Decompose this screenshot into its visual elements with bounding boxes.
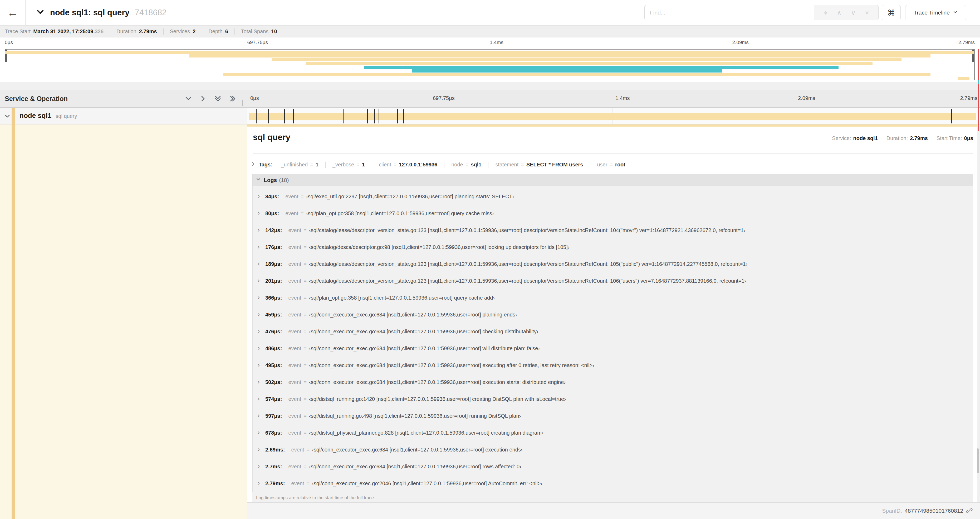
log-row[interactable]: 366μs:event=‹sql/plan_opt.go:358 [nsql1,… [253, 289, 973, 306]
log-row[interactable]: 459μs:event=‹sql/conn_executor_exec.go:6… [253, 306, 973, 323]
log-marker-tick[interactable] [397, 109, 398, 123]
log-row[interactable]: 597μs:event=‹sql/distsql_running.go:498 … [253, 407, 973, 424]
find-clear-x-icon[interactable]: × [865, 10, 869, 16]
collapse-trace-chevron-down-icon[interactable] [36, 8, 45, 18]
collapse-one-chevron-down-icon[interactable] [185, 95, 192, 102]
log-event-value: ‹sql/exec_util.go:2297 [nsql1,client=127… [306, 193, 514, 200]
deep-link-icon[interactable] [966, 508, 973, 514]
tags-row[interactable]: Tags: _unfinished=1_verbose=1client=127.… [251, 159, 973, 170]
vertical-scrollbar-thumb[interactable] [977, 448, 979, 473]
log-marker-tick[interactable] [374, 109, 375, 123]
log-marker-tick[interactable] [379, 109, 379, 123]
tag-key: _unfinished [281, 162, 308, 168]
log-chevron-right-icon [256, 430, 261, 435]
back-button[interactable]: ← [0, 0, 25, 25]
log-row[interactable]: 495μs:event=‹sql/conn_executor_exec.go:6… [253, 357, 973, 374]
log-row[interactable]: 574μs:event=‹sql/distsql_running.go:1420… [253, 391, 973, 407]
trace-view-select[interactable]: Trace Timeline [905, 5, 966, 20]
log-field-key: event [288, 345, 301, 351]
meta-duration: Duration:2.79ms [882, 135, 932, 141]
tag-key: client [379, 162, 391, 168]
span-detail-title: sql query [253, 133, 290, 142]
expand-all-double-chevron-right-icon[interactable] [229, 95, 237, 102]
log-timestamp: 574μs: [265, 396, 282, 402]
span-row[interactable]: node sql1sql query [0, 108, 980, 125]
log-row[interactable]: 80μs:event=‹sql/plan_opt.go:358 [nsql1,c… [253, 205, 973, 222]
log-row[interactable]: 2.79ms:event=‹sql/conn_executor_exec.go:… [253, 475, 973, 492]
log-row[interactable]: 34μs:event=‹sql/exec_util.go:2297 [nsql1… [253, 188, 973, 205]
minimap-span-bar [305, 62, 872, 65]
log-marker-tick[interactable] [300, 109, 300, 123]
span-row-label-cell[interactable]: node sql1sql query [0, 108, 247, 124]
log-marker-tick[interactable] [377, 109, 377, 123]
minimap-span-bar [958, 77, 969, 80]
tick-label: 1.4ms [616, 95, 630, 101]
log-equals: = [304, 464, 307, 469]
log-event-value: ‹sql/distsql_running.go:498 [nsql1,clien… [309, 413, 521, 419]
log-marker-tick[interactable] [293, 109, 294, 123]
tick-label: 697.75μs [433, 95, 455, 101]
log-marker-tick[interactable] [954, 109, 954, 123]
tag-value: 1 [316, 162, 318, 168]
minimap-span-bar [223, 73, 931, 76]
log-row[interactable]: 678μs:event=‹sql/distsql_physical_planne… [253, 424, 973, 441]
log-marker-tick[interactable] [951, 109, 952, 123]
log-equals: = [304, 244, 307, 250]
logs-header[interactable]: Logs (18) [252, 174, 973, 186]
minimap-span-bar [5, 51, 974, 54]
log-chevron-right-icon [256, 262, 261, 267]
log-marker-tick[interactable] [268, 109, 269, 123]
locate-icon[interactable]: ⌖ [824, 10, 827, 16]
log-timestamp: 502μs: [265, 379, 282, 385]
log-event-value: ‹sql/catalog/lease/descriptor_version_st… [309, 278, 746, 284]
trace-title-group: node sql1: sql query 7418682 [36, 0, 167, 25]
column-resizer-handle[interactable] [241, 100, 243, 106]
log-timestamp: 486μs: [265, 345, 282, 351]
log-marker-tick[interactable] [367, 109, 368, 123]
log-field-key: event [288, 261, 301, 267]
log-row[interactable]: 189μs:event=‹sql/catalog/lease/descripto… [253, 256, 973, 272]
tag-item: client=127.0.0.1:59936 [372, 162, 444, 168]
log-marker-tick[interactable] [372, 109, 372, 123]
timeline-grid-header: Service & Operation 0μs697.75μs1.4ms2.09… [0, 89, 980, 108]
keyboard-shortcuts-button[interactable]: ⌘ [882, 5, 901, 20]
log-row[interactable]: 2.7ms:event=‹sql/conn_executor_exec.go:6… [253, 458, 973, 475]
log-row[interactable]: 176μs:event=‹sql/catalog/descs/descripto… [253, 239, 973, 256]
log-equals: = [304, 278, 307, 284]
log-row[interactable]: 486μs:event=‹sql/conn_executor_exec.go:6… [253, 340, 973, 357]
tag-item: user=root [590, 162, 632, 168]
collapse-all-double-chevron-down-icon[interactable] [214, 95, 222, 102]
expand-one-chevron-right-icon[interactable] [199, 95, 207, 102]
log-row[interactable]: 2.69ms:event=‹sql/conn_executor_exec.go:… [253, 441, 973, 458]
log-chevron-right-icon [256, 397, 261, 401]
log-row[interactable]: 201μs:event=‹sql/catalog/lease/descripto… [253, 272, 973, 289]
minimap-tick-labels: 0μs697.75μs1.4ms2.09ms2.79ms [5, 40, 975, 47]
log-marker-tick[interactable] [343, 109, 344, 123]
tick-label: 1.4ms [490, 40, 503, 45]
minimap-canvas[interactable] [5, 49, 975, 80]
minimap-span-bar [189, 54, 931, 57]
row-chevron-down-icon[interactable] [4, 113, 11, 121]
log-field-key: event [291, 481, 304, 487]
log-marker-tick[interactable] [284, 109, 285, 123]
trace-id-short: 7418682 [135, 8, 167, 18]
find-prev-chevron-up-icon[interactable]: ∧ [837, 10, 842, 16]
span-row-timeline[interactable] [247, 108, 977, 124]
log-chevron-right-icon [256, 312, 261, 317]
log-event-value: ‹sql/plan_opt.go:358 [nsql1,client=127.0… [306, 211, 494, 217]
find-next-chevron-down-icon[interactable]: ∨ [851, 10, 856, 16]
log-row[interactable]: 142μs:event=‹sql/catalog/lease/descripto… [253, 222, 973, 239]
log-chevron-right-icon [256, 278, 261, 283]
logs-title: Logs [264, 177, 277, 183]
log-row[interactable]: 502μs:event=‹sql/conn_executor_exec.go:6… [253, 374, 973, 391]
find-input[interactable] [644, 5, 814, 20]
log-event-value: ‹sql/conn_executor_exec.go:684 [nsql1,cl… [309, 379, 566, 385]
log-equals: = [304, 345, 307, 351]
log-marker-tick[interactable] [256, 109, 256, 123]
log-marker-tick[interactable] [403, 109, 404, 123]
log-timestamp: 476μs: [265, 329, 282, 335]
log-marker-tick[interactable] [425, 109, 425, 123]
log-marker-tick[interactable] [297, 109, 297, 123]
log-row[interactable]: 476μs:event=‹sql/conn_executor_exec.go:6… [253, 323, 973, 340]
span-duration-bar[interactable] [249, 113, 976, 120]
